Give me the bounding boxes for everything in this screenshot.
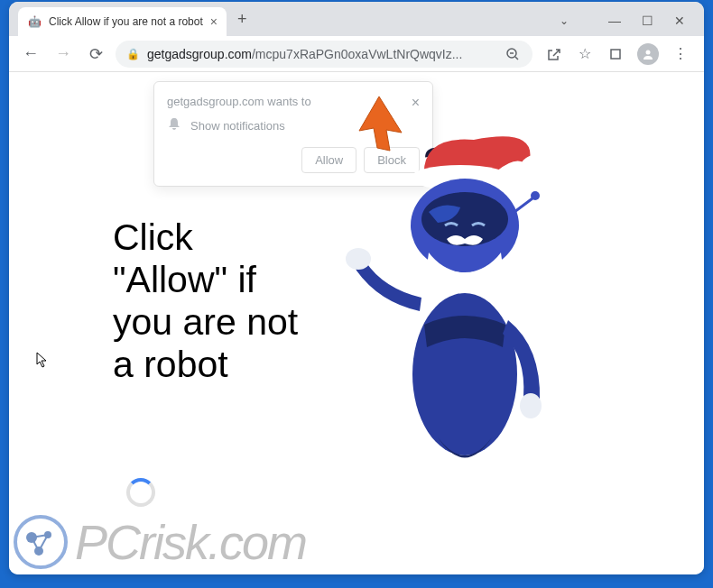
svg-point-4 [646, 50, 651, 54]
zoom-icon[interactable] [504, 45, 522, 63]
svg-rect-3 [611, 50, 620, 59]
notification-body: Show notifications [190, 119, 285, 133]
minimize-button[interactable]: — [608, 14, 621, 27]
cursor-icon [36, 352, 49, 372]
address-bar[interactable]: 🔒 getgadsgroup.com/mcpu7xRaPGn0oxaVwLtNr… [116, 41, 532, 68]
robot-santa-image [338, 122, 609, 486]
maximize-button[interactable]: ☐ [641, 14, 653, 27]
forward-button[interactable]: → [51, 41, 76, 67]
loading-spinner-icon [126, 478, 155, 507]
new-tab-button[interactable]: + [237, 10, 247, 29]
back-button[interactable]: ← [18, 41, 43, 67]
window-controls: ⌄ — ☐ ✕ [558, 14, 695, 36]
tab-title: Click Allow if you are not a robot [49, 15, 203, 28]
profile-icon[interactable] [637, 43, 659, 65]
menu-icon[interactable]: ⋮ [671, 45, 690, 63]
bell-icon [167, 116, 181, 134]
share-icon[interactable] [545, 45, 563, 63]
padlock-icon[interactable]: 🔒 [126, 48, 140, 60]
browser-window: 🤖 Click Allow if you are not a robot × +… [9, 2, 704, 574]
page-content: getgadsgroup.com wants to × Show notific… [9, 72, 704, 574]
svg-point-13 [520, 393, 542, 418]
browser-tab[interactable]: 🤖 Click Allow if you are not a robot × [18, 7, 227, 36]
close-window-button[interactable]: ✕ [673, 14, 686, 27]
dropdown-icon[interactable]: ⌄ [558, 14, 570, 27]
toolbar-actions: ☆ ⋮ [540, 43, 695, 65]
svg-point-6 [519, 155, 551, 188]
svg-point-14 [15, 517, 66, 567]
toolbar: ← → ⟳ 🔒 getgadsgroup.com/mcpu7xRaPGn0oxa… [9, 36, 704, 72]
url-text: getgadsgroup.com/mcpu7xRaPGn0oxaVwLtNrQw… [147, 47, 496, 61]
watermark: PCrisk.com [14, 514, 699, 570]
extensions-icon[interactable] [607, 45, 625, 63]
svg-point-10 [531, 191, 540, 200]
watermark-text: PCrisk.com [75, 514, 306, 570]
titlebar: 🤖 Click Allow if you are not a robot × +… [9, 2, 704, 36]
tab-favicon-icon: 🤖 [27, 14, 42, 29]
svg-point-12 [346, 248, 371, 270]
svg-line-1 [515, 57, 518, 60]
notification-close-icon[interactable]: × [412, 95, 420, 111]
svg-line-20 [39, 535, 48, 551]
notification-title: getgadsgroup.com wants to [167, 95, 311, 108]
svg-line-9 [514, 198, 532, 212]
tab-close-icon[interactable]: × [210, 14, 218, 29]
reload-button[interactable]: ⟳ [83, 41, 108, 67]
svg-point-8 [421, 192, 508, 246]
arrow-pointer-icon [352, 92, 406, 159]
page-heading: Click "Allow" if you are not a robot [113, 216, 298, 387]
watermark-logo-icon [14, 515, 68, 569]
bookmark-icon[interactable]: ☆ [576, 45, 594, 63]
